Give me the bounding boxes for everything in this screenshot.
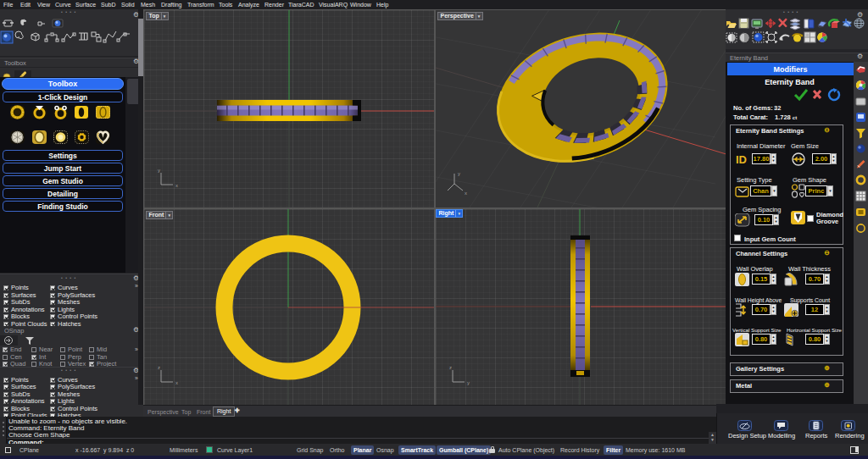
svg-text:x: x	[465, 191, 467, 196]
svg-text:x: x	[175, 380, 178, 385]
svg-text:ID: ID	[736, 153, 747, 166]
svg-text:y: y	[158, 168, 160, 173]
svg-text:z: z	[449, 365, 452, 370]
svg-text:y: y	[458, 171, 460, 176]
svg-text:z: z	[158, 365, 160, 370]
svg-text:x: x	[175, 183, 178, 188]
svg-text:y: y	[467, 380, 470, 385]
